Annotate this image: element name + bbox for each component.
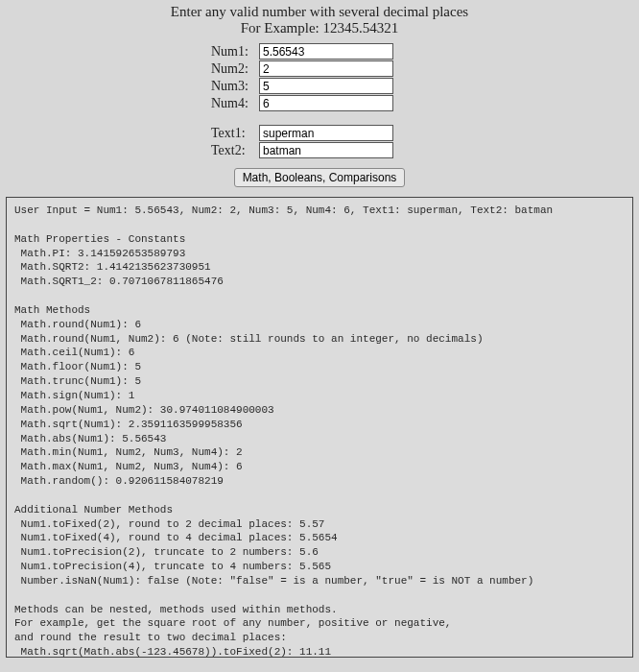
num3-input[interactable] xyxy=(259,78,393,94)
num1-input[interactable] xyxy=(259,43,393,60)
num3-label: Num3: xyxy=(211,79,259,94)
page-header: Enter any valid number with several deci… xyxy=(0,0,639,42)
header-line-2: For Example: 12345.54321 xyxy=(0,20,639,36)
num2-label: Num2: xyxy=(211,61,259,77)
num4-label: Num4: xyxy=(211,96,259,111)
output-panel: User Input = Num1: 5.56543, Num2: 2, Num… xyxy=(6,197,633,658)
text2-label: Text2: xyxy=(211,143,259,158)
text2-input[interactable] xyxy=(259,142,393,158)
num4-input[interactable] xyxy=(259,95,393,111)
num1-label: Num1: xyxy=(211,44,259,60)
input-form: Num1: Num2: Num3: Num4: Text1: Text2: xyxy=(211,43,639,158)
num2-input[interactable] xyxy=(259,60,393,77)
text1-label: Text1: xyxy=(211,126,259,141)
header-line-1: Enter any valid number with several deci… xyxy=(0,4,639,20)
text1-input[interactable] xyxy=(259,125,393,141)
compute-button[interactable]: Math, Booleans, Comparisons xyxy=(234,168,406,187)
